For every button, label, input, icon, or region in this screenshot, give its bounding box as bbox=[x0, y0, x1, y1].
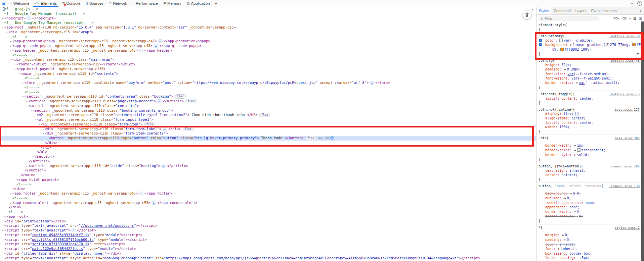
add-tab-button[interactable]: + bbox=[213, 1, 219, 6]
css-property[interactable]: height: 52px; bbox=[536, 63, 640, 67]
dom-tree-row[interactable]: ▾<ul _ngcontent-serverapp-c110 class="fo… bbox=[0, 117, 536, 122]
expand-ellipsis-icon[interactable]: … bbox=[139, 192, 143, 195]
dom-tree-row[interactable]: ▾<section _ngcontent-serverapp-c110 id="… bbox=[0, 94, 536, 99]
dom-tree-row[interactable]: <!----> bbox=[0, 85, 536, 90]
angle-icon[interactable] bbox=[606, 43, 609, 46]
dom-tree-row[interactable]: <!----> bbox=[0, 53, 536, 58]
expand-shorthand-icon[interactable]: ▶ bbox=[574, 144, 576, 148]
dom-tree-row[interactable]: ▾<section _ngcontent-serverapp-c110 clas… bbox=[0, 108, 536, 113]
css-selector-line[interactable]: .btn.primary {_buttons.scss:70 bbox=[536, 34, 640, 38]
grid-overlay-icon[interactable]: ▦ bbox=[633, 16, 636, 20]
dom-tree-row[interactable]: ▸<app-common-alert _ngcontent-serverapp-… bbox=[0, 201, 536, 205]
css-property[interactable]: justify-content: center; bbox=[536, 120, 640, 125]
expand-shorthand-icon[interactable]: ▶ bbox=[570, 192, 572, 196]
expand-shorthand-icon[interactable]: ▶ bbox=[576, 81, 578, 85]
css-property[interactable]: display: flex; bbox=[536, 112, 640, 116]
dom-tree-row[interactable]: <!----> bbox=[0, 210, 536, 214]
css-property[interactable]: font: ▶inherit; bbox=[536, 247, 640, 251]
dom-tree-row[interactable]: <script type="text/javascript" src="//wc… bbox=[0, 223, 536, 228]
expand-arrow-icon[interactable]: ▸ bbox=[42, 127, 45, 132]
stylesheet-link[interactable]: _common.scss:105 bbox=[606, 164, 640, 168]
css-property[interactable]: border-radius: ▶0; bbox=[536, 214, 640, 219]
dom-tree-row[interactable]: ▾<li _ngcontent-serverapp-c110 class="fo… bbox=[0, 122, 536, 127]
css-property[interactable]: font-size: var(--f-size-medium); bbox=[536, 72, 640, 76]
expand-ellipsis-icon[interactable]: … bbox=[154, 44, 158, 48]
expand-shorthand-icon[interactable]: ▶ bbox=[574, 148, 576, 153]
expand-ellipsis-icon[interactable]: … bbox=[157, 99, 162, 103]
dom-tree-row-selected[interactable]: <button _ngcontent-serverapp-c110 type="… bbox=[0, 136, 536, 141]
resource-link[interactable]: //wcs.naver.net/wcslog.js bbox=[81, 223, 134, 227]
css-property[interactable]: font-weight: var(--f-weight-semi); bbox=[536, 76, 640, 81]
color-swatch[interactable] bbox=[632, 43, 636, 46]
dom-tree-row[interactable]: </li> bbox=[0, 145, 536, 150]
dom-tree-row[interactable]: ▾<app-hotel-payment _nghost-serverapp-c1… bbox=[0, 67, 536, 71]
dom-tree-row[interactable]: </ul> bbox=[0, 150, 536, 154]
dom-tree-row[interactable]: ▾<article _ngcontent-serverapp-c110 clas… bbox=[0, 104, 536, 108]
dom-tree-row[interactable]: <!----> bbox=[0, 35, 536, 39]
expand-shorthand-icon[interactable]: ▶ bbox=[574, 153, 576, 157]
css-property[interactable]: border-width: ▶1px; bbox=[536, 143, 640, 148]
collapse-arrow-icon[interactable]: ▾ bbox=[9, 58, 12, 62]
css-property[interactable]: color: inherit; bbox=[536, 242, 640, 247]
css-property[interactable]: border-style: ▶solid; bbox=[536, 153, 640, 157]
dom-tree-row[interactable]: <script src="scripts.07f10333d7ca4170.js… bbox=[0, 242, 536, 247]
dom-tree-row[interactable]: </section> bbox=[0, 154, 536, 159]
subtab-styles[interactable]: Styles bbox=[536, 7, 551, 14]
css-variable-link[interactable]: var bbox=[571, 76, 577, 80]
tab-application[interactable]: ▤Application bbox=[184, 0, 212, 7]
css-property[interactable]: text-align: inherit; bbox=[536, 168, 640, 173]
dom-tree-row[interactable]: <router-outlet _ngcontent-serverapp-c15>… bbox=[0, 62, 536, 67]
dom-tree-row[interactable]: </section> bbox=[0, 168, 536, 173]
dom-tree-row[interactable]: ▾<app-root _nghost-sc38 ng-version="15.0… bbox=[0, 25, 536, 30]
stylesheet-link[interactable]: _buttons.scss:48 bbox=[606, 58, 640, 63]
tab-performance[interactable]: ◔Performance bbox=[130, 0, 161, 7]
property-checkbox[interactable]: ✓ bbox=[539, 39, 542, 42]
css-selector-line[interactable]: .btn:not(.inline) {base.scss:157 bbox=[536, 107, 640, 112]
dom-tree-row[interactable]: ▸<app-footer _ngcontent-serverapp-c15 _n… bbox=[0, 191, 536, 196]
expand-shorthand-icon[interactable]: ▶ bbox=[564, 196, 566, 201]
expand-arrow-icon[interactable]: ▸ bbox=[26, 99, 29, 104]
resource-link[interactable]: https://maps.googleapis.com/maps/api/js?… bbox=[166, 256, 457, 260]
dom-tree-row[interactable]: <!-- gtag.js --> bbox=[0, 7, 536, 11]
expand-ellipsis-icon[interactable]: … bbox=[27, 16, 31, 20]
dom-tree-row[interactable]: ▾<div _ngcontent-serverapp-c110 class="f… bbox=[0, 131, 536, 136]
css-variable-link[interactable]: var bbox=[567, 72, 573, 76]
color-swatch[interactable] bbox=[559, 39, 563, 42]
expand-ellipsis-icon[interactable]: … bbox=[139, 49, 143, 52]
css-property[interactable]: box-sizing: border-box; bbox=[536, 251, 640, 256]
dom-tree-row[interactable]: ▸<app-qr-code-popup _ngcontent-serverapp… bbox=[0, 44, 536, 48]
expand-shorthand-icon[interactable]: ▶ bbox=[562, 233, 564, 238]
dom-tree[interactable]: <!-- gtag.js --><!-- Google Tag Manager … bbox=[0, 7, 536, 261]
flex-editor-icon[interactable] bbox=[575, 112, 579, 115]
css-property[interactable]: padding: ▶0 20px; bbox=[536, 67, 640, 72]
resource-link[interactable]: scripts.07f10333d7ca4170.js bbox=[32, 242, 89, 246]
flex-badge[interactable]: flex bbox=[185, 99, 196, 103]
dom-tree-row[interactable]: </app-root> bbox=[0, 214, 536, 219]
expand-shorthand-icon[interactable]: ▶ bbox=[576, 214, 578, 219]
chevron-down-icon[interactable]: ∨ bbox=[637, 7, 644, 14]
flex-badge[interactable]: flex bbox=[144, 122, 155, 126]
stylesheet-link[interactable]: base.scss:157 bbox=[612, 107, 640, 112]
dom-tree-row[interactable]: </main> bbox=[0, 173, 536, 177]
expand-arrow-icon[interactable]: ▸ bbox=[9, 39, 12, 44]
tab-network[interactable]: ◠Network bbox=[106, 0, 130, 7]
expand-arrow-icon[interactable]: ▸ bbox=[9, 49, 12, 53]
dom-tree-row[interactable]: <!----> bbox=[0, 182, 536, 187]
expand-ellipsis-icon[interactable]: … bbox=[152, 201, 156, 205]
filter-input[interactable] bbox=[544, 16, 587, 21]
dom-tree-row[interactable]: </div> bbox=[0, 187, 536, 191]
collapse-arrow-icon[interactable]: ▾ bbox=[26, 104, 29, 109]
dom-tree-row[interactable]: ▸<app-promotion-popup _ngcontent-servera… bbox=[0, 39, 536, 44]
stylesheet-link[interactable]: base.scss:302 bbox=[612, 136, 640, 140]
css-property[interactable]: appearance: none; bbox=[536, 205, 640, 209]
expand-arrow-icon[interactable]: ▸ bbox=[9, 192, 12, 196]
dom-tree-row[interactable]: <!----> bbox=[0, 196, 536, 201]
css-selector-line[interactable]: .btn:not(.toggle) {_buttons.scss:13 bbox=[536, 92, 640, 96]
tab-console[interactable]: ⊡Console bbox=[59, 0, 83, 7]
new-rule-plus-button[interactable]: + bbox=[637, 52, 640, 56]
stylesheet-link[interactable]: _buttons.scss:70 bbox=[606, 34, 640, 38]
expand-ellipsis-icon[interactable]: … bbox=[158, 39, 163, 43]
subtab-computed[interactable]: Computed bbox=[551, 7, 573, 14]
flex-badge[interactable]: flex bbox=[259, 113, 270, 117]
dom-tree-row[interactable]: ▸<article _ngcontent-serverapp-c110 id="… bbox=[0, 164, 536, 168]
